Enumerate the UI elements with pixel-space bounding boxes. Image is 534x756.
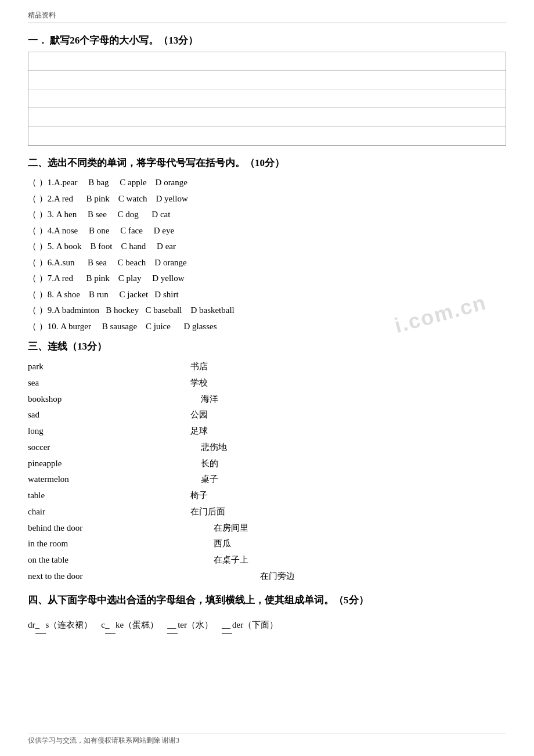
left-item-ontable: on the table — [28, 552, 144, 568]
question-4: （ ）4.A nose B one C face D eye — [28, 224, 506, 239]
left-item-behind: behind the door — [28, 520, 144, 537]
right-item-beishangdi: 悲伤地 — [190, 440, 295, 456]
right-item-yizi: 椅子 — [190, 488, 295, 504]
left-item-chair: chair — [28, 504, 144, 520]
right-item-xigua: 西瓜 — [190, 536, 295, 552]
right-item-zhuozi: 桌子 — [190, 471, 295, 488]
section4-title: 四、从下面字母中选出合适的字母组合，填到横线上，使其组成单词。（5分） — [28, 591, 506, 610]
right-item-zaimensimian: 在门后面 — [190, 504, 295, 520]
left-item-sea: sea — [28, 375, 144, 391]
section4-item-dress: dr_s（连衣裙） c_ke（蛋糕） __ter（水） __der（下面） — [28, 620, 278, 629]
blank-water: __ — [167, 616, 178, 634]
right-item-zuqiu: 足球 — [190, 423, 295, 440]
right-item-haiyang: 海洋 — [190, 391, 295, 408]
right-item-changde: 长的 — [190, 456, 295, 472]
page: 精品资料 一． 默写26个字母的大小写。（13分） 二、选出不同类的单词，将字母… — [0, 0, 534, 756]
connect-left: park sea bookshop sad long soccer pineap… — [28, 359, 144, 585]
header-label: 精品资料 — [28, 11, 56, 19]
left-item-nexttodoor: next to the door — [28, 568, 144, 585]
blank-cake: _ — [105, 616, 116, 634]
writing-line-1 — [28, 52, 506, 71]
section3: 三、连线（13分） park sea bookshop sad long soc… — [28, 340, 506, 585]
left-item-long: long — [28, 423, 144, 440]
right-item-gongyuan: 公园 — [190, 407, 295, 423]
left-item-soccer: soccer — [28, 440, 144, 456]
question-6: （ ）6.A.sun B sea C beach D orange — [28, 255, 506, 271]
question-2: （ ）2.A red B pink C watch D yellow — [28, 192, 506, 207]
question-10: （ ）10. A burger B sausage C juice D glas… — [28, 319, 506, 334]
question-3: （ ）3. A hen B see C dog D cat — [28, 207, 506, 222]
question-9: （ ）9.A badminton B hockey C baseball D b… — [28, 303, 506, 318]
writing-box — [28, 52, 506, 146]
footer-bar: 仅供学习与交流，如有侵权请联系网站删除 谢谢3 — [28, 733, 506, 746]
left-item-bookshop: bookshop — [28, 391, 144, 408]
section1-title: 一． 默写26个字母的大小写。（13分） — [28, 34, 506, 47]
question-8: （ ）8. A shoe B run C jacket D shirt — [28, 287, 506, 303]
question-7: （ ）7.A red B pink C play D yellow — [28, 271, 506, 286]
section2: 二、选出不同类的单词，将字母代号写在括号内。（10分） （ ）1.A.pear … — [28, 156, 506, 334]
left-item-watermelon: watermelon — [28, 471, 144, 488]
connect-table: park sea bookshop sad long soccer pineap… — [28, 359, 506, 585]
writing-line-4 — [28, 108, 506, 127]
connect-right: 书店 学校 海洋 公园 足球 悲伤地 长的 桌子 椅子 在门后面 在房间里 西瓜… — [144, 359, 295, 585]
blank-under: __ — [222, 616, 232, 634]
section4-items: dr_s（连衣裙） c_ke（蛋糕） __ter（水） __der（下面） — [28, 616, 506, 634]
writing-line-3 — [28, 89, 506, 108]
header-bar: 精品资料 — [28, 10, 506, 23]
right-item-zaifangjianli: 在房间里 — [190, 520, 295, 537]
writing-line-5 — [28, 127, 506, 145]
blank-dress: _ — [35, 616, 46, 634]
section2-title: 二、选出不同类的单词，将字母代号写在括号内。（10分） — [28, 156, 506, 170]
left-item-sad: sad — [28, 407, 144, 423]
section4: 四、从下面字母中选出合适的字母组合，填到横线上，使其组成单词。（5分） dr_s… — [28, 591, 506, 634]
right-item-shudian: 书店 — [190, 359, 295, 375]
left-item-park: park — [28, 359, 144, 375]
footer-label: 仅供学习与交流，如有侵权请联系网站删除 谢谢3 — [28, 736, 179, 744]
left-item-table: table — [28, 488, 144, 504]
section1-heading: 一． 默写26个字母的大小写。（13分） — [28, 34, 198, 47]
writing-line-2 — [28, 71, 506, 89]
right-item-zaimensangbian: 在门旁边 — [190, 568, 295, 585]
left-item-pineapple: pineapple — [28, 456, 144, 472]
right-item-xuexiao: 学校 — [190, 375, 295, 391]
right-item-zaizhuozishang: 在桌子上 — [190, 552, 295, 568]
section3-title: 三、连线（13分） — [28, 340, 506, 353]
question-5: （ ）5. A book B foot C hand D ear — [28, 239, 506, 254]
left-item-inroom: in the room — [28, 536, 144, 552]
question-1: （ ）1.A.pear B bag C apple D orange — [28, 175, 506, 190]
